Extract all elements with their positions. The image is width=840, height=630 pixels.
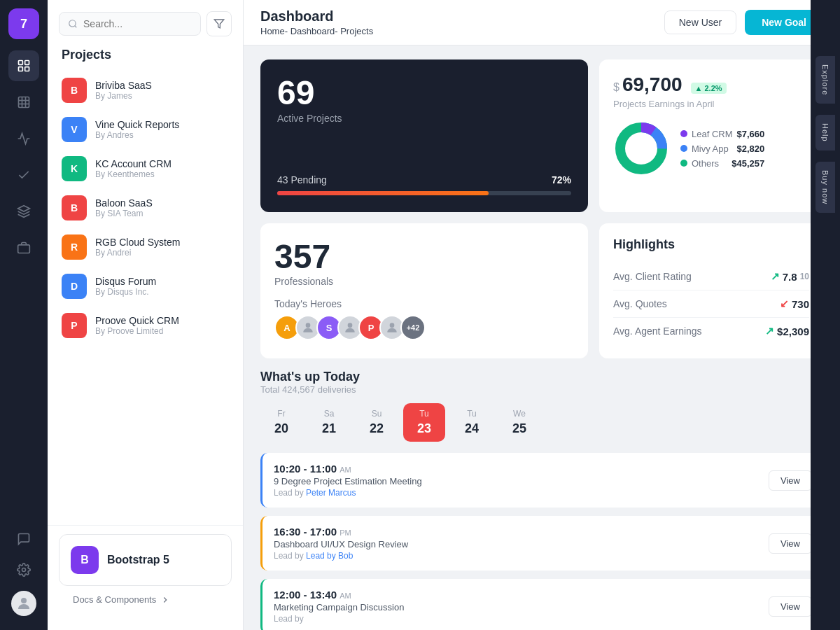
highlight-value-2: ↗ $2,309 — [765, 325, 809, 337]
event-time-2: 12:00 - 13:40 AM — [274, 589, 760, 601]
day-name-2: Su — [372, 409, 382, 419]
event-lead-link-0[interactable]: Peter Marcus — [306, 488, 356, 498]
sidebar-search-area — [59, 11, 232, 36]
highlight-row-1: Avg. Quotes ↙ 730 — [613, 290, 809, 318]
day-name-0: Fr — [277, 409, 285, 419]
donut-area: Leaf CRM $7,660 Mivy App $2,820 Others $… — [613, 120, 809, 176]
legend-dot-others — [680, 160, 687, 167]
project-info-rgb: RGB Cloud System By Andrei — [95, 237, 180, 258]
search-input[interactable] — [83, 18, 192, 29]
earnings-card: $ 69,700 ▲ 2.2% Projects Earnings in Apr… — [599, 59, 823, 212]
nav-icon-briefcase[interactable] — [8, 232, 39, 263]
project-item-disqus[interactable]: D Disqus Forum By Disqus Inc. — [48, 267, 243, 306]
highlight-row-2: Avg. Agent Earnings ↗ $2,309 — [613, 318, 809, 344]
avatar-6: +42 — [400, 315, 426, 340]
event-time-1: 16:30 - 17:00 PM — [274, 526, 760, 538]
nav-icon-message[interactable] — [8, 524, 39, 554]
nav-icon-grid[interactable] — [8, 87, 39, 118]
project-icon-proove: P — [62, 313, 87, 338]
highlight-arrow-2: ↗ — [765, 325, 774, 337]
svg-rect-0 — [19, 61, 23, 65]
event-item-0: 10:20 - 11:00 AM 9 Degree Project Estima… — [260, 453, 823, 507]
docs-label: Docs & Components — [73, 594, 156, 605]
svg-marker-9 — [18, 206, 30, 211]
cal-day-21[interactable]: Sa 21 — [308, 403, 350, 442]
nav-icon-chart[interactable] — [8, 123, 39, 154]
professionals-count: 357 — [274, 237, 574, 276]
event-ampm-2: AM — [340, 592, 351, 600]
event-title-0: 9 Degree Project Estimation Meeting — [274, 476, 760, 486]
legend-label-others: Others — [692, 158, 719, 169]
breadcrumb: Dashboard Home- Dashboard- Projects — [260, 8, 373, 36]
docs-link[interactable]: Docs & Components — [59, 589, 232, 610]
legend-amount-mivy: $2,820 — [737, 144, 765, 154]
project-name-vine: Vine Quick Reports — [95, 119, 179, 130]
new-user-button[interactable]: New User — [664, 10, 736, 34]
cal-day-20[interactable]: Fr 20 — [260, 403, 302, 442]
currency-symbol: $ — [613, 81, 620, 94]
content-area: 69 Active Projects 43 Pending 72% $ 69,7… — [244, 46, 840, 630]
legend-dot-leaf — [680, 130, 687, 137]
cal-day-22[interactable]: Su 22 — [356, 403, 398, 442]
event-time-0: 10:20 - 11:00 AM — [274, 463, 760, 475]
project-item-briviba[interactable]: B Briviba SaaS By James — [48, 71, 243, 110]
project-icon-kc: K — [62, 156, 87, 181]
day-name-5: We — [513, 409, 526, 419]
legend: Leaf CRM $7,660 Mivy App $2,820 Others $… — [680, 129, 764, 169]
day-num-3: 23 — [417, 421, 431, 436]
help-tab[interactable]: Help — [816, 115, 835, 150]
project-by-kc: By Keenthemes — [95, 169, 172, 179]
active-projects-label: Active Projects — [277, 113, 571, 124]
event-lead-1: Lead by Lead by Bob — [274, 551, 760, 561]
event-view-button-2[interactable]: View — [769, 596, 812, 617]
event-view-button-1[interactable]: View — [769, 533, 812, 554]
explore-tab[interactable]: Explore — [816, 56, 835, 104]
project-info-vine: Vine Quick Reports By Andres — [95, 119, 179, 140]
project-item-baloon[interactable]: B Baloon SaaS By SIA Team — [48, 188, 243, 227]
project-by-baloon: By SIA Team — [95, 209, 153, 218]
project-name-kc: KC Account CRM — [95, 158, 172, 169]
highlight-value-1: ↙ 730 — [780, 298, 809, 310]
user-avatar[interactable] — [11, 591, 36, 616]
project-info-baloon: Baloon SaaS By SIA Team — [95, 197, 153, 218]
highlight-row-0: Avg. Client Rating ↗ 7.8 10 — [613, 263, 809, 290]
pending-pct: 72% — [552, 174, 571, 186]
right-panel: Explore Help Buy now — [811, 0, 840, 630]
event-lead-link-1[interactable]: Lead by Bob — [306, 551, 353, 561]
nav-icon-settings[interactable] — [8, 554, 39, 585]
project-item-kc[interactable]: K KC Account CRM By Keenthemes — [48, 149, 243, 188]
nav-icon-layers[interactable] — [8, 196, 39, 227]
filter-button[interactable] — [206, 11, 232, 36]
nav-icon-dashboard[interactable] — [8, 50, 39, 81]
nav-icon-check[interactable] — [8, 160, 39, 190]
project-item-rgb[interactable]: R RGB Cloud System By Andrei — [48, 227, 243, 267]
project-item-proove[interactable]: P Proove Quick CRM By Proove Limited — [48, 306, 243, 345]
project-list: B Briviba SaaS By James V Vine Quick Rep… — [48, 71, 243, 525]
nav-bar: 7 — [0, 0, 48, 630]
cal-day-25[interactable]: We 25 — [498, 403, 540, 442]
project-name-baloon: Baloon SaaS — [95, 197, 153, 209]
search-icon — [68, 18, 78, 29]
buynow-tab[interactable]: Buy now — [816, 162, 835, 213]
search-input-wrap[interactable] — [59, 12, 201, 36]
svg-line-14 — [75, 26, 77, 28]
svg-rect-2 — [19, 67, 23, 71]
sidebar: Projects B Briviba SaaS By James V Vine … — [48, 0, 244, 630]
event-lead-0: Lead by Peter Marcus — [274, 488, 760, 498]
project-info-disqus: Disqus Forum By Disqus Inc. — [95, 276, 156, 297]
day-num-0: 20 — [274, 421, 288, 436]
event-view-button-0[interactable]: View — [769, 470, 812, 491]
nav-avatar[interactable]: 7 — [8, 8, 39, 39]
legend-amount-others: $45,257 — [732, 158, 764, 169]
earnings-badge: ▲ 2.2% — [691, 83, 727, 94]
active-projects-count: 69 — [277, 76, 571, 110]
svg-rect-4 — [19, 97, 29, 108]
cal-day-23[interactable]: Tu 23 — [403, 403, 445, 442]
cal-day-24[interactable]: Tu 24 — [451, 403, 493, 442]
earnings-label: Projects Earnings in April — [613, 99, 809, 109]
whatsup-title: What's up Today — [260, 370, 360, 384]
calendar-days: Fr 20 Sa 21 Su 22 Tu 23 Tu 24 We 25 — [260, 403, 823, 442]
project-item-vine[interactable]: V Vine Quick Reports By Andres — [48, 110, 243, 149]
crumb-dashboard: Dashboard- — [290, 26, 338, 36]
highlights-rows: Avg. Client Rating ↗ 7.8 10 Avg. Quotes … — [613, 263, 809, 344]
